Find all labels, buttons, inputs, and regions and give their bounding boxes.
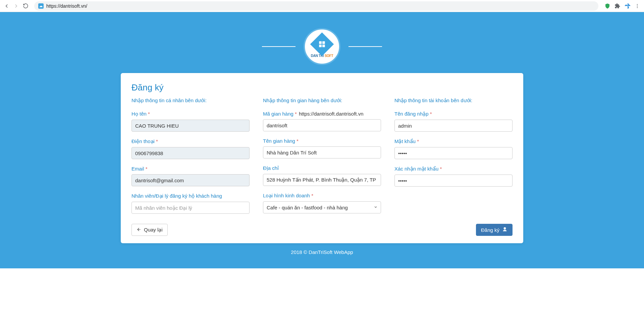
phone-input[interactable] (131, 147, 250, 159)
reload-icon[interactable] (22, 3, 29, 9)
account-column: Nhập thông tin tài khoản bên dưới: Tên đ… (394, 97, 513, 220)
svg-point-1 (637, 5, 638, 6)
svg-point-0 (637, 4, 638, 5)
store-name-label: Tên gian hàng * (263, 138, 381, 144)
email-label: Email * (131, 166, 250, 172)
fullname-input[interactable] (131, 120, 250, 132)
username-input[interactable] (394, 120, 513, 132)
back-button[interactable]: Quay lại (131, 224, 168, 236)
back-button-label: Quay lại (144, 227, 163, 233)
pinwheel-extension-icon[interactable] (624, 2, 631, 10)
logo-row: DAN TRI SOFT (0, 12, 644, 73)
confirm-password-input[interactable] (394, 175, 513, 187)
forward-icon[interactable] (13, 3, 19, 9)
agent-input[interactable] (131, 202, 250, 214)
email-input[interactable] (131, 174, 250, 186)
footer-text: 2018 © DanTriSoft WebApp (0, 249, 644, 255)
address-label: Địa chỉ (263, 165, 381, 171)
back-icon[interactable] (3, 3, 10, 9)
biz-type-label: Loại hình kinh doanh * (263, 193, 381, 199)
puzzle-extension-icon[interactable] (614, 2, 621, 10)
phone-label: Điện thoại * (131, 138, 250, 144)
section-store-label: Nhập thông tin gian hàng bên dưới: (263, 97, 381, 104)
section-account-label: Nhập thông tin tài khoản bên dưới: (394, 97, 513, 104)
username-label: Tên đăng nhập * (394, 111, 513, 117)
fullname-label: Họ tên * (131, 111, 250, 117)
url-bar[interactable]: ☁ https://dantrisoft.vn/ (34, 1, 598, 11)
agent-label: Nhân viên/Đại lý đăng ký hộ khách hàng (131, 193, 250, 199)
registration-card: Đăng ký Nhập thông tin cá nhân bên dưới:… (121, 73, 523, 243)
password-label: Mật khẩu * (394, 138, 513, 144)
browser-menu-icon[interactable] (634, 3, 641, 9)
page-background: DAN TRI SOFT Đăng ký Nhập thông tin cá n… (0, 12, 644, 268)
personal-column: Nhập thông tin cá nhân bên dưới: Họ tên … (131, 97, 250, 220)
page-title: Đăng ký (131, 82, 513, 93)
site-icon: ☁ (38, 3, 44, 9)
url-text: https://dantrisoft.vn/ (46, 3, 87, 9)
logo-diamond-icon (310, 32, 334, 56)
shield-extension-icon[interactable] (604, 2, 611, 10)
store-code-input[interactable] (263, 119, 381, 131)
address-input[interactable] (263, 174, 381, 186)
store-column: Nhập thông tin gian hàng bên dưới: Mã gi… (263, 97, 381, 220)
user-icon (502, 227, 507, 233)
store-code-label: Mã gian hàng *https://dantrisoft.dantris… (263, 111, 381, 117)
arrow-left-icon (137, 227, 141, 233)
password-input[interactable] (394, 147, 513, 159)
logo-line-right (348, 46, 382, 47)
submit-button-label: Đăng ký (481, 227, 499, 233)
submit-button[interactable]: Đăng ký (476, 224, 513, 236)
brand-logo: DAN TRI SOFT (304, 28, 340, 65)
store-name-input[interactable] (263, 146, 381, 158)
logo-line-left (262, 46, 296, 47)
section-personal-label: Nhập thông tin cá nhân bên dưới: (131, 97, 250, 104)
confirm-password-label: Xác nhận mật khẩu * (394, 166, 513, 172)
svg-point-2 (637, 7, 638, 8)
browser-toolbar: ☁ https://dantrisoft.vn/ (0, 0, 644, 12)
biz-type-select[interactable]: Cafe - quán ăn - fastfood - nhà hàng (263, 201, 381, 213)
